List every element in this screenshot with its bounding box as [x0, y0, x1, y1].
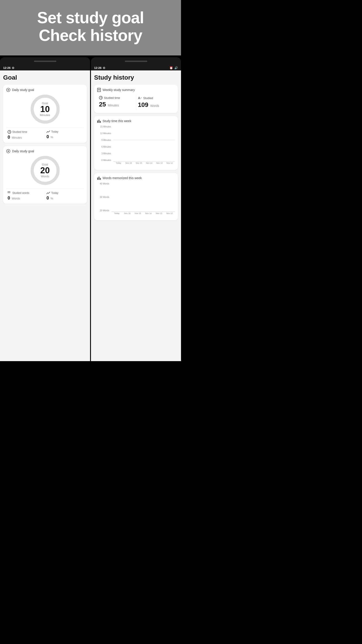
summary-header-text: Weekly study summary: [103, 88, 135, 92]
left-phone: 12:26 ⊙ Goal Daily study goal Goal 10 Mi…: [0, 57, 90, 361]
stat3-value: 0: [7, 196, 10, 200]
x-label-nov13: Nov 13: [155, 162, 164, 167]
summary-col-words: A✓ Studied 109 Words: [136, 94, 175, 110]
stat2-label-text: Today: [51, 130, 58, 133]
goal-circle-container-2: Goal 20 Words: [6, 156, 84, 185]
words-chart-header-text: Words memorized this week: [103, 176, 142, 180]
stat-studied-time-label: Studied time: [7, 130, 43, 134]
a-text-icon: A✓: [138, 96, 142, 100]
x-label-today: Today: [114, 162, 123, 167]
words-chart-header: Words memorized this week: [97, 176, 175, 180]
summary-col1-value-row: 25 Minutes: [99, 101, 134, 108]
volume-icon: 🔊: [174, 66, 178, 70]
doc-icon: [97, 88, 101, 92]
stat4-value-row: 0 %: [46, 196, 82, 200]
words-y-label-1: 20 Words: [97, 209, 111, 212]
words-chart-card: Words memorized this week 40 Words 30 Wo…: [94, 173, 178, 220]
card2-stats-row: Studied words 0 Words Today: [6, 188, 84, 200]
words-x-nov16: Nov 16: [122, 212, 132, 217]
study-time-header-text: Study time this week: [103, 119, 131, 123]
stat4-value: 0: [46, 196, 49, 200]
chart-area-words: [111, 182, 175, 212]
chart-area-time: [113, 126, 175, 162]
words-x-today: Today: [112, 212, 122, 217]
right-status-right: ⏰ 🔊: [169, 66, 178, 70]
goal-unit-words: Words: [41, 175, 49, 178]
words-x-nov12: Nov 12: [165, 212, 174, 217]
summary-col2-unit: Words: [150, 104, 159, 108]
x-label-nov16: Nov 16: [124, 162, 133, 167]
summary-col2-value-row: 109 Words: [138, 101, 173, 108]
card1-header: Daily study goal: [6, 88, 84, 92]
right-screen: Study history Weekly study summary Studi…: [91, 70, 181, 361]
right-screen-title: Study history: [94, 74, 178, 81]
words-y-label-3: 40 Words: [97, 182, 111, 185]
card1-stats-row: Studied time 0 Minutes Today: [6, 127, 84, 140]
y-label-1: 3 Minutes: [97, 152, 112, 155]
summary-row: Studied time 25 Minutes A✓ Studied: [97, 94, 175, 110]
card2-header-text: Daily study goal: [12, 149, 34, 153]
summary-col-time: Studied time 25 Minutes: [97, 94, 136, 110]
hero-line1: Set study goal: [37, 9, 144, 26]
y-label-4: 12 Minutes: [97, 132, 112, 134]
status-left: 12:26 ⊙: [3, 66, 14, 70]
x-label-nov12: Nov 12: [165, 162, 174, 167]
summary-col2-label-text: Studied: [143, 96, 153, 100]
hero-line2: Check history: [39, 26, 142, 44]
weekly-summary-card: Weekly study summary Studied time 25 Min…: [94, 85, 178, 113]
stat3-label: Studied words: [7, 192, 43, 194]
stat2-label: Today: [46, 130, 82, 133]
right-notch: [91, 57, 181, 65]
left-notch: [0, 57, 90, 65]
target-icon: [6, 88, 10, 92]
summary-col2-label: A✓ Studied: [138, 96, 173, 100]
words-goal-card: Daily study goal Goal 20 Words: [3, 146, 87, 204]
x-label-nov14: Nov 14: [144, 162, 154, 167]
trend-icon-2: [46, 192, 50, 194]
stat2-value-row: 0 %: [46, 134, 82, 139]
checkmarks-icon: [7, 192, 11, 194]
minutes-goal-card: Daily study goal Goal 10 Minutes Studied…: [3, 85, 87, 143]
stat1-label-text: Studied time: [12, 130, 27, 134]
stat1-value-row: 0 Minutes: [7, 134, 43, 140]
words-chart: 40 Words 30 Words 20 Words: [97, 182, 175, 217]
stat3-value-row: 0 Words: [7, 196, 43, 200]
stat2-unit: %: [51, 136, 53, 139]
card1-header-text: Daily study goal: [12, 88, 34, 92]
stat-today-words-pct: Today 0 %: [45, 192, 84, 200]
words-x-nov14: Nov 14: [144, 212, 153, 217]
summary-col1-unit: Minutes: [108, 104, 119, 107]
words-x-nov15: Nov 15: [133, 212, 143, 217]
hero-banner: Set study goal Check history: [0, 0, 181, 56]
summary-col1-label-text: Studied time: [104, 96, 120, 100]
right-phone: 12:26 ⊙ ⏰ 🔊 Study history Weekly study s…: [91, 57, 181, 361]
stat3-label-text: Studied words: [12, 192, 29, 194]
summary-col1-label: Studied time: [99, 96, 134, 100]
wifi-icon-right: ⊙: [103, 66, 105, 70]
y-label-2: 6 Minutes: [97, 146, 112, 148]
status-time: 12:26: [3, 66, 10, 70]
target-icon-2: [6, 149, 10, 153]
left-screen: Goal Daily study goal Goal 10 Minutes: [0, 70, 90, 361]
right-status-bar: 12:26 ⊙ ⏰ 🔊: [91, 65, 181, 70]
goal-number-minutes: 10: [40, 105, 50, 113]
goal-number-words: 20: [40, 166, 50, 175]
stat4-label-text: Today: [51, 192, 58, 194]
bar-chart-icon: [97, 119, 101, 123]
stat4-unit: %: [51, 197, 53, 200]
study-time-chart-card: Study time this week 15 Minutes 12 Minut…: [94, 116, 178, 170]
bars-container-words: [111, 182, 175, 212]
stat1-unit: Minutes: [12, 136, 22, 139]
wifi-icon: ⊙: [12, 66, 14, 70]
study-time-header: Study time this week: [97, 119, 175, 123]
stat-studied-time: Studied time 0 Minutes: [6, 130, 45, 140]
card2-header: Daily study goal: [6, 149, 84, 153]
x-axis-labels-time: Today Nov 16 Nov 15 Nov 14 Nov 13 Nov 12: [113, 162, 175, 167]
summary-card-header: Weekly study summary: [97, 88, 175, 92]
stat4-label: Today: [46, 192, 82, 194]
alarm-icon: ⏰: [169, 66, 173, 70]
y-label-0: 0 Minutes: [97, 159, 112, 162]
trend-icon: [46, 130, 50, 133]
words-y-axis: 40 Words 30 Words 20 Words: [97, 182, 111, 212]
goal-circle-words: Goal 20 Words: [31, 156, 60, 185]
